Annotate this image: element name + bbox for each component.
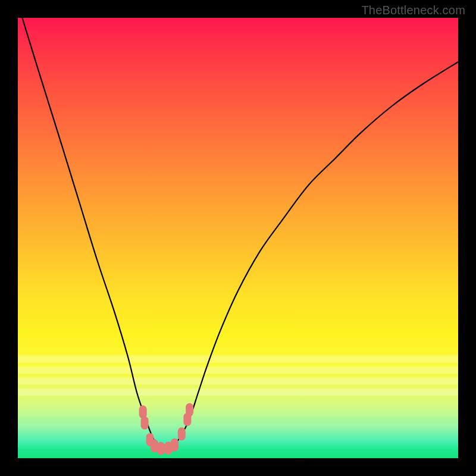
outer-frame: TheBottleneck.com xyxy=(0,0,476,476)
curve-marker xyxy=(141,416,149,430)
curve-marker xyxy=(151,439,158,452)
light-band xyxy=(18,389,458,396)
light-bands xyxy=(18,356,458,396)
light-band xyxy=(18,356,458,363)
curve-marker xyxy=(171,439,178,452)
plot-area xyxy=(18,18,458,458)
light-band xyxy=(18,367,458,374)
curve-marker xyxy=(157,442,165,455)
curve-layer xyxy=(18,18,458,458)
curve-marker xyxy=(178,427,186,440)
light-band xyxy=(18,378,458,385)
watermark-text: TheBottleneck.com xyxy=(361,4,465,17)
curve-marker xyxy=(186,403,193,416)
